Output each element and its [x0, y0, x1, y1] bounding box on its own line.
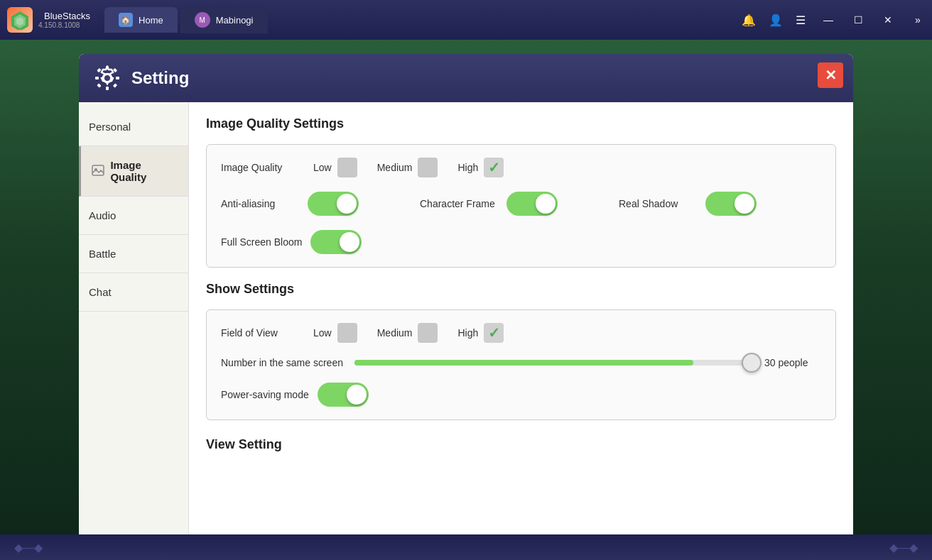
anti-aliasing-label: Anti-aliasing [221, 198, 299, 209]
titlebar: BlueStacks 4.150.8.1008 🏠 Home M Mabinog… [0, 0, 932, 40]
fov-low-box[interactable] [337, 323, 357, 343]
window-buttons: — ☐ ✕ » [814, 6, 932, 34]
sidebar-battle-label: Battle [89, 248, 116, 260]
bloom-label: Full Screen Bloom [221, 236, 302, 248]
svg-rect-12 [97, 83, 101, 87]
svg-rect-7 [106, 87, 109, 90]
number-screen-label: Number in the same screen [221, 357, 343, 368]
game-background: Guild Elephant Cart-căb/ve/hh/dn [0, 40, 932, 560]
sidebar-audio-label: Audio [89, 209, 116, 221]
quality-medium-item[interactable]: Medium [377, 158, 438, 177]
fov-medium-box[interactable] [418, 323, 438, 343]
toggle-row-1: Anti-aliasing Character Frame Real Shado… [221, 192, 821, 216]
svg-rect-9 [116, 77, 119, 79]
fov-high-item[interactable]: High ✓ [457, 323, 504, 343]
fov-label: Field of View [221, 327, 299, 339]
tab-mabinogi-label: Mabinogi [216, 15, 254, 26]
gear-icon [93, 64, 121, 92]
fov-high-box[interactable]: ✓ [484, 323, 504, 343]
image-quality-label: Image Quality [221, 162, 299, 173]
quality-low-box[interactable] [337, 158, 357, 177]
tab-mabinogi[interactable]: M Mabinogi [180, 6, 268, 33]
number-screen-thumb[interactable] [742, 353, 762, 373]
bell-icon[interactable]: 🔔 [742, 13, 756, 27]
bloom-toggle[interactable] [310, 230, 362, 254]
mabinogi-icon: M [195, 12, 210, 28]
anti-aliasing-toggle[interactable] [308, 192, 359, 216]
svg-rect-13 [113, 83, 117, 87]
number-screen-fill [354, 360, 693, 366]
sidebar-item-image-quality[interactable]: Image Quality [79, 146, 188, 197]
bluestacks-logo [7, 7, 33, 33]
svg-rect-10 [97, 68, 101, 72]
sidebar-chat-label: Chat [89, 286, 112, 298]
quality-low-label: Low [313, 162, 332, 173]
power-saving-toggle[interactable] [318, 383, 369, 407]
app-name: BlueStacks [44, 11, 90, 22]
user-icon[interactable]: 👤 [769, 13, 783, 27]
tab-home[interactable]: 🏠 Home [104, 7, 178, 33]
setting-title: Setting [131, 68, 189, 88]
home-icon: 🏠 [119, 13, 133, 27]
anti-aliasing-item: Anti-aliasing [221, 192, 406, 216]
bottom-left-deco: ◆—◆ [14, 541, 43, 554]
minimize-button[interactable]: — [814, 6, 842, 34]
quality-low-item[interactable]: Low [313, 158, 357, 177]
menu-icon[interactable]: ☰ [796, 13, 806, 27]
power-saving-item: Power-saving mode [221, 383, 406, 407]
show-settings-section-title: Show Settings [206, 282, 836, 301]
character-frame-label: Character Frame [420, 198, 498, 209]
sidebar-item-chat[interactable]: Chat [79, 273, 188, 312]
svg-rect-6 [106, 66, 109, 70]
svg-rect-8 [95, 77, 99, 79]
character-frame-toggle[interactable] [506, 192, 558, 216]
show-settings-section-box: Field of View Low Medium [206, 309, 836, 420]
bottom-right-deco: ◆—◆ [889, 541, 918, 554]
sidebar-nav: Personal Image Quality Au [79, 102, 189, 547]
real-shadow-toggle[interactable] [705, 192, 757, 216]
quality-high-item[interactable]: High ✓ [457, 158, 504, 177]
sidebar-item-battle[interactable]: Battle [79, 235, 188, 273]
fov-medium-item[interactable]: Medium [377, 323, 438, 343]
image-quality-section-box: Image Quality Low Medium [206, 144, 836, 268]
number-screen-track[interactable] [354, 360, 753, 366]
image-quality-radio-group: Low Medium High ✓ [313, 158, 504, 177]
fov-low-label: Low [313, 327, 332, 339]
setting-content: Personal Image Quality Au [79, 102, 853, 547]
number-screen-value: 30 people [764, 357, 821, 368]
fov-medium-label: Medium [377, 327, 413, 339]
image-quality-row: Image Quality Low Medium [221, 158, 821, 177]
power-saving-row: Power-saving mode [221, 383, 821, 407]
quality-medium-box[interactable] [418, 158, 438, 177]
number-screen-row: Number in the same screen 30 people [221, 357, 821, 368]
power-saving-label: Power-saving mode [221, 389, 309, 400]
close-button[interactable]: ✕ [874, 6, 902, 34]
image-quality-section-title: Image Quality Settings [206, 116, 836, 136]
maximize-button[interactable]: ☐ [844, 6, 872, 34]
sidebar-item-audio[interactable]: Audio [79, 197, 188, 235]
settings-panel: Image Quality Settings Image Quality Low [189, 102, 853, 547]
fov-high-label: High [457, 327, 478, 339]
sidebar-item-personal[interactable]: Personal [79, 108, 188, 146]
tab-home-label: Home [139, 15, 163, 26]
setting-dialog: Setting ✕ Personal [79, 54, 853, 547]
image-quality-icon [91, 164, 104, 178]
fov-radio-group: Low Medium High ✓ [313, 323, 504, 343]
setting-header: Setting ✕ [79, 54, 853, 102]
sidebar-image-quality-label: Image Quality [110, 159, 178, 183]
quality-high-check: ✓ [488, 159, 500, 176]
bloom-row: Full Screen Bloom [221, 230, 821, 254]
fov-low-item[interactable]: Low [313, 323, 357, 343]
fov-row: Field of View Low Medium [221, 323, 821, 343]
sidebar-personal-label: Personal [89, 121, 131, 133]
more-button[interactable]: » [904, 6, 932, 34]
setting-overlay: Setting ✕ Personal [0, 47, 932, 534]
titlebar-icons: 🔔 👤 ☰ [742, 13, 806, 27]
svg-point-4 [104, 75, 110, 81]
bloom-item: Full Screen Bloom [221, 230, 406, 254]
dialog-close-button[interactable]: ✕ [818, 62, 843, 88]
quality-high-box[interactable]: ✓ [484, 158, 504, 177]
quality-high-label: High [457, 162, 478, 173]
app-version: 4.150.8.1008 [38, 21, 90, 29]
quality-medium-label: Medium [377, 162, 413, 173]
